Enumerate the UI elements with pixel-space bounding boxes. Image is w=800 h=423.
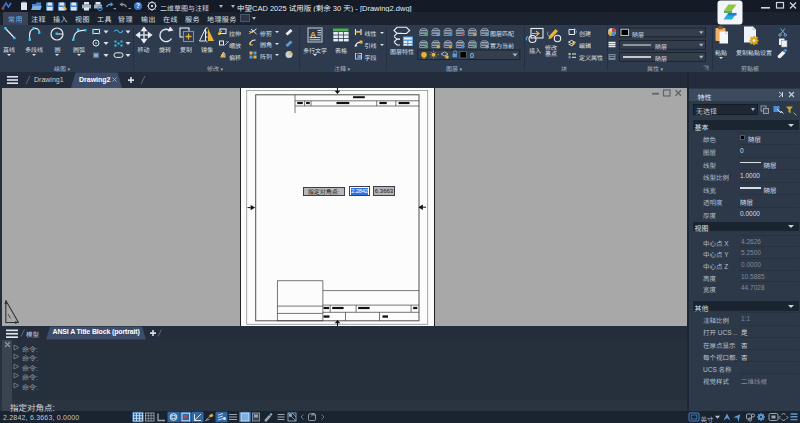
svg-text:0: 0	[470, 52, 474, 59]
